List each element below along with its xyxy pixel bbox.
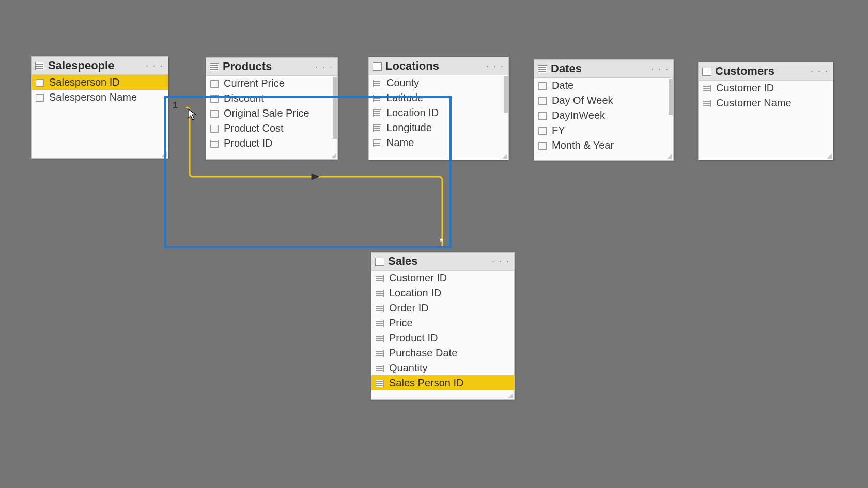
column-icon <box>376 334 384 342</box>
field-label: Latitude <box>386 92 423 104</box>
field-salesperson-id[interactable]: Salesperson ID <box>32 75 168 90</box>
table-header[interactable]: Salespeople · · · <box>32 57 168 75</box>
table-locations[interactable]: Locations · · · County Latitude Location… <box>368 57 509 160</box>
table-menu-icon[interactable]: · · · <box>314 61 334 72</box>
column-icon <box>210 124 219 133</box>
table-header[interactable]: Sales · · · <box>371 253 514 271</box>
table-title: Salespeople <box>48 59 145 72</box>
field-quantity[interactable]: Quantity <box>371 360 514 375</box>
field-label: Product ID <box>389 332 438 344</box>
column-icon <box>373 109 381 117</box>
field-product-id[interactable]: Product ID <box>206 136 337 151</box>
table-menu-icon[interactable]: · · · <box>145 60 165 71</box>
field-label: Discount <box>224 92 264 104</box>
field-list[interactable]: County Latitude Location ID Longitude Na… <box>369 75 508 160</box>
field-list[interactable]: Customer ID Customer Name <box>699 81 833 160</box>
field-label: Location ID <box>386 107 439 119</box>
column-icon <box>538 141 547 150</box>
table-sales[interactable]: Sales · · · Customer ID Location ID Orde… <box>371 252 515 400</box>
table-header[interactable]: Locations · · · <box>369 57 508 75</box>
field-customer-name[interactable]: Customer Name <box>699 96 833 111</box>
column-icon <box>376 274 384 282</box>
field-latitude[interactable]: Latitude <box>369 90 508 105</box>
resize-grip[interactable] <box>667 154 672 159</box>
scrollbar[interactable] <box>669 79 673 115</box>
table-header[interactable]: Customers · · · <box>699 62 833 81</box>
resize-grip[interactable] <box>502 153 507 159</box>
resize-grip[interactable] <box>331 153 336 158</box>
field-label: Price <box>389 317 413 329</box>
field-customer-id[interactable]: Customer ID <box>371 271 514 286</box>
scrollbar[interactable] <box>504 76 508 113</box>
field-price[interactable]: Price <box>371 316 514 330</box>
field-label: Salesperson ID <box>49 76 120 88</box>
field-name[interactable]: Name <box>369 135 508 150</box>
column-icon <box>376 304 384 312</box>
field-day-of-week[interactable]: Day Of Week <box>534 93 673 108</box>
field-location-id[interactable]: Location ID <box>369 105 508 120</box>
field-original-sale-price[interactable]: Original Sale Price <box>206 106 337 121</box>
field-list[interactable]: Date Day Of Week DayInWeek FY Month & Ye… <box>534 78 673 160</box>
table-icon <box>35 61 44 70</box>
column-icon <box>36 78 44 87</box>
table-products[interactable]: Products · · · Current Price Discount Or… <box>206 57 338 160</box>
column-icon <box>373 94 381 102</box>
column-icon <box>703 84 711 92</box>
mouse-cursor-icon <box>188 108 197 121</box>
table-title: Products <box>223 60 314 73</box>
column-icon <box>376 364 384 372</box>
column-icon <box>373 79 381 87</box>
field-product-id[interactable]: Product ID <box>371 330 514 345</box>
field-label: Purchase Date <box>389 347 457 359</box>
field-label: Month & Year <box>552 139 614 151</box>
resize-grip[interactable] <box>508 393 513 398</box>
field-label: Longitude <box>386 122 432 134</box>
column-icon <box>538 97 547 105</box>
table-salespeople[interactable]: Salespeople · · · Salesperson ID Salespe… <box>31 56 168 159</box>
table-icon <box>702 67 711 76</box>
svg-marker-0 <box>312 174 319 180</box>
column-icon <box>373 139 381 147</box>
field-salesperson-name[interactable]: Salesperson Name <box>32 90 168 105</box>
field-list[interactable]: Customer ID Location ID Order ID Price P… <box>371 271 514 399</box>
field-county[interactable]: County <box>369 75 508 90</box>
column-icon <box>210 139 219 148</box>
field-label: Day Of Week <box>552 95 613 106</box>
field-location-id[interactable]: Location ID <box>371 286 514 301</box>
table-customers[interactable]: Customers · · · Customer ID Customer Nam… <box>698 62 833 160</box>
field-current-price[interactable]: Current Price <box>206 76 337 91</box>
table-menu-icon[interactable]: · · · <box>491 256 511 267</box>
table-icon <box>372 61 381 71</box>
table-header[interactable]: Products · · · <box>206 58 337 76</box>
field-order-id[interactable]: Order ID <box>371 301 514 316</box>
column-icon <box>376 319 384 327</box>
model-canvas[interactable]: Salespeople · · · Salesperson ID Salespe… <box>0 0 868 488</box>
field-date[interactable]: Date <box>534 78 673 93</box>
field-product-cost[interactable]: Product Cost <box>206 121 337 136</box>
field-month-year[interactable]: Month & Year <box>534 138 673 153</box>
table-menu-icon[interactable]: · · · <box>650 64 670 74</box>
table-menu-icon[interactable]: · · · <box>810 66 830 77</box>
field-longitude[interactable]: Longitude <box>369 120 508 135</box>
table-dates[interactable]: Dates · · · Date Day Of Week DayInWeek <box>534 59 674 161</box>
table-header[interactable]: Dates · · · <box>534 60 673 78</box>
field-dayinweek[interactable]: DayInWeek <box>534 108 673 123</box>
field-list[interactable]: Current Price Discount Original Sale Pri… <box>206 76 337 159</box>
column-icon <box>538 112 547 120</box>
column-icon <box>210 95 219 103</box>
resize-grip[interactable] <box>827 153 832 159</box>
scrollbar[interactable] <box>333 77 337 139</box>
column-icon <box>373 124 381 132</box>
field-fy[interactable]: FY <box>534 123 673 138</box>
field-list[interactable]: Salesperson ID Salesperson Name <box>32 75 168 158</box>
resize-grip[interactable] <box>162 152 167 157</box>
field-customer-id[interactable]: Customer ID <box>699 81 833 96</box>
table-menu-icon[interactable]: · · · <box>485 61 505 72</box>
column-icon <box>703 99 711 107</box>
field-sales-person-id[interactable]: Sales Person ID <box>371 375 514 390</box>
field-discount[interactable]: Discount <box>206 91 337 106</box>
field-label: Name <box>386 137 414 149</box>
field-purchase-date[interactable]: Purchase Date <box>371 345 514 360</box>
field-label: Location ID <box>389 287 441 299</box>
field-label: Sales Person ID <box>389 377 464 389</box>
